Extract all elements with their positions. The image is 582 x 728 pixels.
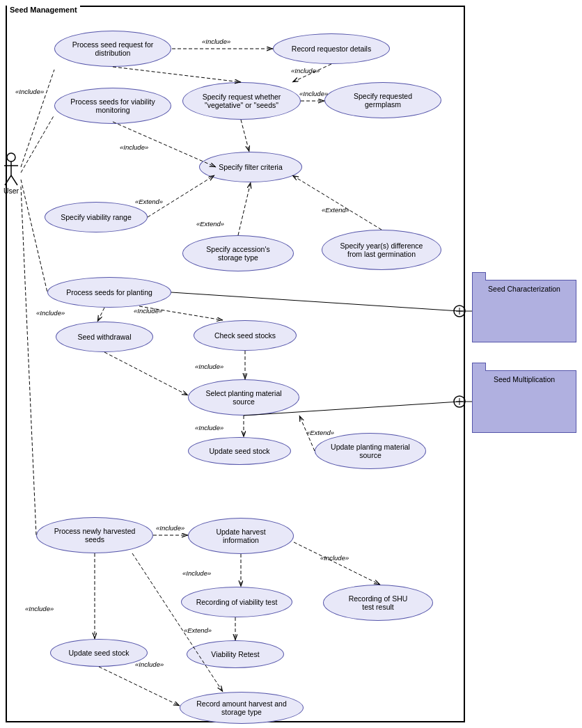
node-specify-accession: Specify accession's storage type [182,235,294,271]
node-record-requestor: Record requestor details [273,33,390,64]
seed-mult-label: Seed Multiplication [473,371,576,388]
actor-user: User [1,152,21,195]
actor-label: User [3,187,19,195]
node-recording-viability: Recording of viability test [181,587,292,617]
node-process-seeds-viability: Process seeds for viability monitoring [54,88,171,124]
node-seed-multiplication: Seed Multiplication [472,370,576,433]
diagram: Seed Management User Process seed reques… [0,0,582,728]
node-process-newly-harvested: Process newly harvested seeds [36,517,153,553]
node-select-planting: Select planting material source [188,379,299,416]
svg-line-3 [5,175,11,185]
node-process-seeds-planting: Process seeds for planting [47,277,171,308]
node-update-seed-stock-2: Update seed stock [50,639,148,667]
node-seed-characterization: Seed Characterization [472,280,576,342]
svg-point-0 [7,153,15,161]
node-process-seed-request: Process seed request for distribution [54,31,171,67]
node-specify-germplasm: Specify requested germplasm [324,82,441,118]
svg-line-4 [11,175,17,185]
seed-mult-tab [472,363,486,371]
system-title: Seed Management [7,6,80,14]
node-specify-request: Specify request whether "vegetative" or … [182,82,301,120]
node-update-planting: Update planting material source [315,433,426,469]
node-update-harvest: Update harvest information [188,518,294,554]
node-check-seed-stocks: Check seed stocks [194,320,297,351]
node-seed-withdrawal: Seed withdrawal [56,322,153,352]
node-update-seed-stock-1: Update seed stock [188,437,291,465]
node-recording-shu: Recording of SHU test result [323,585,433,621]
seed-char-label: Seed Characterization [473,280,576,297]
node-record-amount: Record amount harvest and storage type [180,692,304,724]
seed-char-tab [472,272,486,280]
node-specify-viability-range: Specify viability range [45,202,148,232]
node-specify-years: Specify year(s) difference from last ger… [322,230,441,270]
node-viability-retest: Viability Retest [187,640,284,668]
node-specify-filter: Specify filter criteria [199,152,302,182]
